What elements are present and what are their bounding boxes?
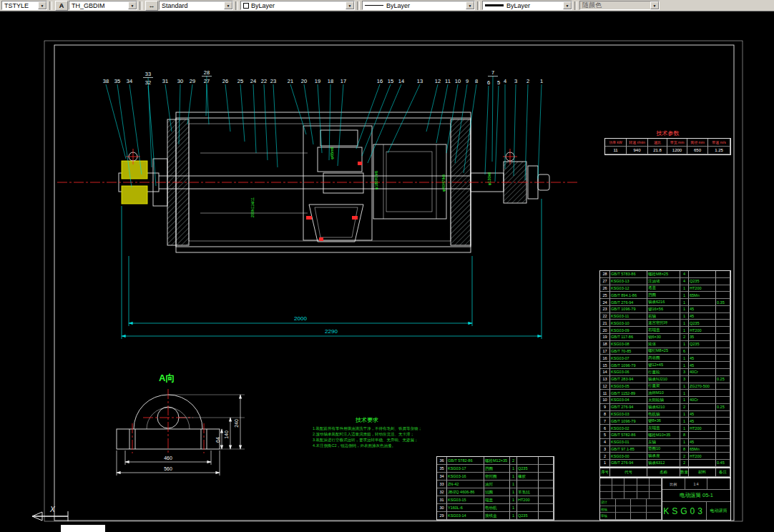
table-row: 3GB/T 97.1-85垫圈10865Mn	[600, 446, 730, 453]
table-cell: 31	[437, 496, 447, 504]
table-cell	[539, 504, 554, 512]
part-callout: 38	[103, 78, 109, 84]
table-cell: 5	[600, 432, 610, 439]
chevron-down-icon[interactable]: ▼	[563, 1, 572, 9]
table-cell: 13	[600, 376, 610, 383]
table-cell: 螺栓M12×35	[484, 457, 510, 465]
table-cell	[689, 348, 716, 355]
table-cell: GB/T 1152-89	[610, 390, 647, 397]
fit-dimension: φ65m6	[330, 147, 334, 159]
table-cell	[716, 285, 730, 292]
leader-line	[225, 84, 230, 132]
table-cell: KSG03-10	[610, 320, 647, 327]
table-cell: 1	[510, 496, 517, 504]
table-cell: 销6×30	[647, 334, 680, 341]
table-cell: 1	[680, 418, 689, 425]
signature-row: 校核	[600, 506, 662, 513]
linetype-sample-icon	[365, 5, 383, 6]
table-cell: 14	[600, 369, 610, 376]
table-cell	[539, 481, 554, 488]
part-callout: 35	[114, 78, 120, 84]
plot-style-combo[interactable]: 随颜色 ▼	[579, 1, 660, 10]
table-cell: 1	[510, 488, 517, 496]
table-cell: KSG03-13	[610, 278, 647, 285]
chevron-down-icon[interactable]: ▼	[466, 1, 474, 9]
table-cell: 22	[600, 313, 610, 320]
tech-params-table: 功率 kW转速 r/min速比带宽 mm筒径 mm带速 m/s1194021.8…	[604, 138, 731, 155]
table-cell: 备注	[716, 468, 730, 477]
table-cell: KSG03-08	[610, 341, 647, 348]
table-row: 25GB/T 894.1-86挡圈165Mn	[600, 292, 730, 299]
empty-cell	[707, 478, 730, 490]
table-cell: Q235	[689, 341, 716, 348]
table-cell: 轴承NJ210	[647, 376, 680, 383]
part-callout: 1	[540, 78, 543, 84]
part-callout: 15	[388, 78, 393, 84]
color-swatch-icon	[243, 3, 249, 9]
table-cell: 2	[680, 453, 689, 460]
dim-style-icon[interactable]: ↔	[145, 1, 158, 11]
fit-dimension: φ180H7/r6	[374, 171, 378, 189]
lineweight-value: ByLayer	[506, 2, 562, 9]
table-row: 15GB/T 1096-79键12×45145	[600, 362, 730, 369]
part-callout: 31	[162, 78, 168, 84]
table-cell: 35	[437, 465, 447, 473]
table-cell: 8	[680, 432, 689, 439]
color-combo[interactable]: ByLayer ▼	[240, 1, 355, 10]
ucs-x-label: X	[49, 506, 55, 513]
part-callout: 32	[145, 79, 151, 86]
table-row: 1194021.812006501.25	[605, 147, 730, 154]
part-callout: 9	[466, 78, 469, 84]
plot-style-value: 随颜色	[582, 1, 649, 10]
text-style-combo[interactable]: TH_GBDIM ▼	[69, 1, 137, 10]
table-style-combo[interactable]: TSTYLE ▼	[1, 1, 47, 10]
part-callout: 2	[526, 78, 529, 84]
part-callout: 6	[487, 79, 490, 86]
table-cell: KSG03-02	[610, 425, 647, 432]
chevron-down-icon[interactable]: ▼	[224, 1, 232, 9]
part-callout: 34	[127, 78, 132, 84]
dim-style-combo[interactable]: Standard ▼	[159, 1, 233, 10]
table-cell: KSG03-04	[610, 397, 647, 404]
table-cell: 1	[680, 362, 689, 369]
table-cell: 筒径 mm	[687, 139, 708, 147]
product-name: 电动滚筒	[707, 502, 730, 520]
drawing-canvas[interactable]: 2000 2290 383534333231302928272625242223…	[0, 11, 774, 532]
chevron-down-icon[interactable]: ▼	[650, 1, 659, 9]
table-cell: 1	[680, 397, 689, 404]
lineweight-combo[interactable]: ByLayer ▼	[482, 1, 572, 10]
table-cell: 1200	[667, 147, 687, 154]
table-cell: 毡圈	[484, 488, 510, 496]
leader-line	[207, 84, 209, 124]
linetype-combo[interactable]: ByLayer ▼	[362, 1, 475, 10]
dim-style-value: Standard	[162, 2, 222, 9]
leader-line	[240, 84, 245, 142]
table-cell	[689, 404, 716, 411]
chevron-down-icon[interactable]: ▼	[346, 1, 354, 9]
table-cell: 材料	[689, 468, 716, 477]
table-cell: 挡圈	[647, 292, 680, 299]
table-row: 27KSG03-13注油堵4Q235	[600, 278, 730, 285]
table-cell: 1	[510, 504, 517, 512]
command-window-edge[interactable]	[61, 525, 105, 532]
table-cell	[716, 432, 730, 439]
table-cell: 9	[600, 404, 610, 411]
table-cell: 3	[600, 446, 610, 453]
chevron-down-icon[interactable]: ▼	[38, 1, 46, 9]
table-row: 5GB/T 5782-86螺栓M10×358	[600, 432, 730, 439]
table-cell: 15	[600, 362, 610, 369]
table-cell: 4	[680, 278, 689, 285]
revision-cell	[600, 492, 612, 499]
table-cell: 迷宫密封环	[647, 320, 680, 327]
signature-row: 设计	[600, 499, 662, 506]
table-row: 31KSG03-15端盖1HT200	[437, 496, 554, 504]
table-cell	[716, 292, 730, 299]
chevron-down-icon[interactable]: ▼	[128, 1, 137, 9]
part-callout: 23	[270, 78, 276, 84]
revision-cell	[624, 486, 637, 493]
tech-notes-title: 技术要求	[313, 416, 421, 424]
tech-notes: 技术要求 1.装配前所有零件用煤油清洗干净，不得有毛刺、铁屑等杂物；2.滚动轴承…	[313, 416, 421, 448]
table-cell	[716, 278, 730, 285]
text-style-icon[interactable]: A	[55, 1, 68, 11]
leader-line	[273, 84, 278, 167]
